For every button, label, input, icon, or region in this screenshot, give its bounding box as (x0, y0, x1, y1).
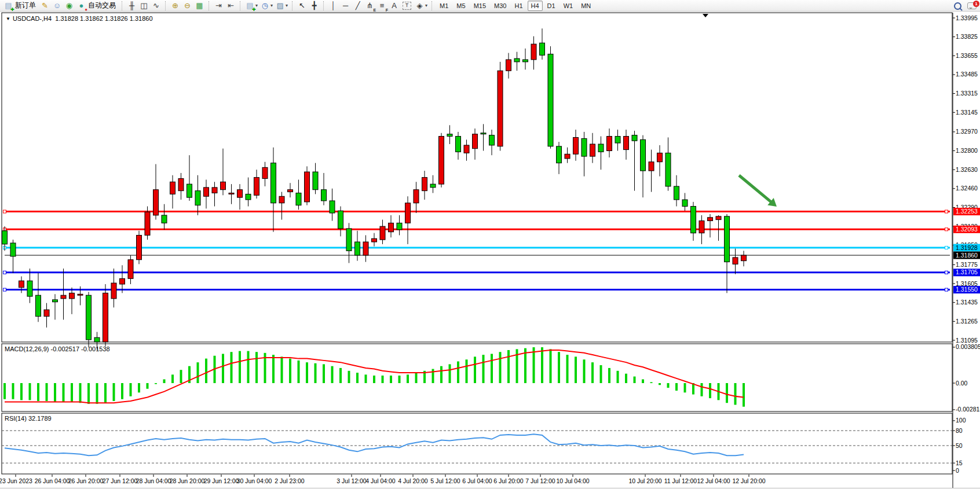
search-icon[interactable] (954, 2, 961, 10)
candle-body (531, 44, 536, 60)
channel-icon[interactable]: ⋔E (364, 1, 375, 11)
fibonacci-icon[interactable]: ≡F (376, 1, 387, 11)
autotrade-button[interactable]: ●● (76, 1, 87, 11)
candle-body (262, 167, 268, 178)
toolbar-separator (165, 1, 166, 10)
timeframe-m30-button[interactable]: M30 (491, 1, 510, 11)
line-handle[interactable] (3, 210, 6, 213)
rsi-tick-label: 50 (956, 442, 963, 449)
timeframe-m15-button[interactable]: M15 (470, 1, 489, 11)
auto-scroll-icon[interactable]: ⇥ (213, 1, 224, 11)
timeframe-d1-button[interactable]: D1 (544, 1, 559, 11)
tile-windows-icon[interactable]: ▦ (194, 1, 205, 11)
price-tick-label: 1.33145 (956, 109, 978, 116)
arrows-icon[interactable]: ◈ (414, 1, 425, 11)
line-handle[interactable] (945, 247, 948, 249)
candle-body (548, 54, 553, 146)
vertical-line-icon[interactable]: │ (328, 1, 339, 11)
timeframe-m1-button[interactable]: M1 (436, 1, 452, 11)
toolbar-separator (323, 1, 324, 10)
candle-body (10, 243, 16, 256)
templates-icon-dropdown[interactable]: ▾ (286, 3, 288, 8)
templates-icon[interactable]: ▨ (275, 1, 286, 11)
candle-body (607, 137, 612, 151)
candle-body (212, 187, 217, 193)
timeframe-h4-button[interactable]: H4 (528, 1, 543, 11)
candle-body (204, 187, 209, 196)
candle-body (170, 182, 175, 194)
time-tick-label: 6 Jul 20:00 (493, 477, 524, 484)
time-tick-label: 23 Jun 2023 (0, 477, 32, 484)
macd-tick-label: -0.002818 (956, 406, 980, 413)
timeframe-w1-button[interactable]: W1 (560, 1, 577, 11)
periods-icon[interactable]: ◷ (259, 1, 270, 11)
zoom-in-icon[interactable]: ⊕ (170, 1, 181, 11)
time-tick-label: 3 Jul 12:00 (337, 477, 367, 484)
macd-tick-label: 0.00 (956, 380, 968, 387)
new-order-button-label[interactable]: 新订单 (15, 1, 36, 10)
line-handle[interactable] (3, 288, 6, 291)
signal-icon[interactable]: ◉ (64, 1, 75, 11)
quill-icon[interactable]: ✎ (39, 1, 50, 11)
periods-icon-dropdown[interactable]: ▾ (270, 3, 273, 8)
crosshair-icon[interactable]: ╋ (309, 1, 320, 11)
candle-body (565, 154, 570, 159)
price-line-label: 1.32093 (956, 226, 978, 233)
price-tick-label: 1.32630 (956, 166, 978, 173)
candle-chart-icon[interactable]: ◫ (138, 1, 149, 11)
line-handle[interactable] (945, 228, 948, 231)
zoom-out-icon[interactable]: ⊖ (182, 1, 193, 11)
line-handle[interactable] (945, 288, 948, 291)
community-icon[interactable]: ☺ (52, 1, 63, 11)
chart-shift-icon[interactable]: ⇤ (225, 1, 236, 11)
bar-chart-icon[interactable]: ╫ (126, 1, 137, 11)
macd-tick-label: 0.003805 (956, 343, 980, 350)
candle-body (632, 135, 637, 141)
chat-icon[interactable]: 1 (967, 2, 977, 9)
candle-body (430, 184, 436, 187)
line-chart-icon[interactable]: ∿ (151, 1, 162, 11)
candle-body (94, 337, 100, 342)
text-icon[interactable]: A (389, 1, 400, 11)
candle-body (598, 144, 604, 152)
indicators-icon[interactable]: ▤✚ (244, 1, 255, 11)
trendline-icon[interactable]: ╱ (352, 1, 363, 11)
mt4-window: ▤✚新订单✎☺◉●●自动交易╫◫∿⊕⊖▦⇥⇤▤✚▾◷▾▨▾↖╋│─╱⋔E≡FAT… (0, 0, 980, 489)
candle-body (128, 260, 133, 279)
line-handle[interactable] (945, 210, 948, 213)
candle-body (19, 281, 24, 288)
time-tick-label: 27 Jun 12:00 (103, 477, 138, 484)
collapse-triangle-icon[interactable]: ▼ (6, 16, 10, 21)
candle-body (372, 238, 377, 242)
price-tick-label: 1.31265 (956, 318, 978, 325)
candle-body (221, 182, 226, 189)
time-tick-label: 4 Jul 04:00 (365, 477, 396, 484)
candle-body (355, 242, 360, 255)
timeframe-m5-button[interactable]: M5 (453, 1, 469, 11)
timeframe-mn-button[interactable]: MN (577, 1, 594, 11)
cursor-icon[interactable]: ↖ (297, 1, 308, 11)
candle-body (380, 226, 385, 240)
rsi-indicator-label: RSI(14) 32.1789 (5, 415, 52, 422)
candle-body (321, 190, 327, 201)
horizontal-line-icon[interactable]: ─ (340, 1, 351, 11)
price-tick-label: 1.33995 (956, 14, 978, 21)
chart-title-bar[interactable]: ▼USDCAD-,H4 1.31828 1.31862 1.31826 1.31… (6, 15, 153, 22)
macd-pane[interactable] (2, 344, 952, 411)
time-tick-label: 10 Jul 20:00 (628, 477, 661, 484)
text-label-icon[interactable]: T (403, 2, 411, 10)
candle-body (78, 294, 83, 295)
rsi-pane[interactable] (2, 413, 952, 474)
arrows-icon-dropdown[interactable]: ▾ (425, 3, 427, 8)
autotrade-button-label[interactable]: 自动交易 (88, 1, 116, 10)
main-pane[interactable] (2, 13, 952, 342)
new-order-button[interactable]: ▤✚ (3, 1, 14, 11)
candle-body (641, 139, 646, 171)
candle-body (61, 295, 66, 299)
chart-canvas[interactable]: 1.339951.338251.336551.334851.333151.331… (0, 0, 980, 489)
new-order-button-badge: ✚ (10, 8, 14, 12)
line-handle[interactable] (945, 271, 948, 274)
candle-body (53, 300, 58, 302)
timeframe-h1-button[interactable]: H1 (511, 1, 526, 11)
line-handle[interactable] (3, 271, 6, 274)
